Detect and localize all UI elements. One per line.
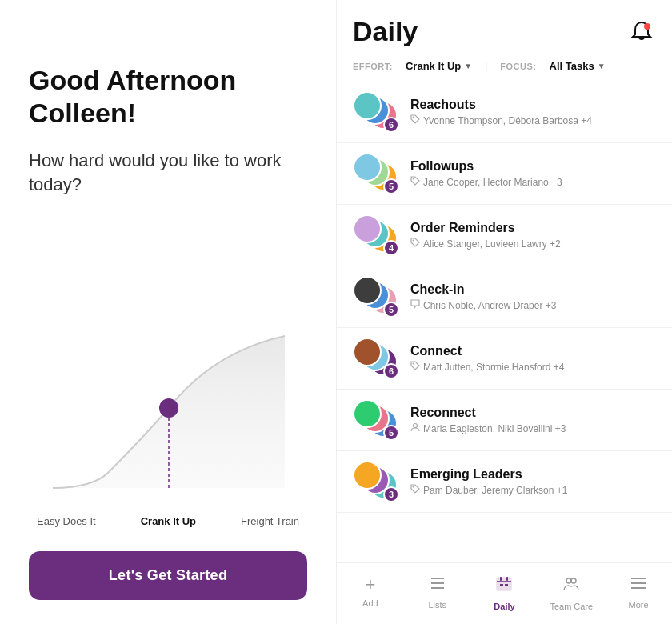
nav-add[interactable]: + Add	[337, 570, 404, 616]
nav-lists[interactable]: Lists	[404, 570, 471, 616]
more-icon	[630, 574, 647, 597]
nav-daily-label: Daily	[494, 602, 514, 611]
chart-svg	[29, 328, 309, 504]
task-list: 6 Reachouts Yvonne Thompson, Débora Barb…	[337, 82, 672, 562]
svg-point-18	[571, 578, 576, 583]
task-subtitle: Matt Jutten, Stormie Hansford +4	[410, 361, 656, 373]
avatar-stack: 5	[353, 276, 399, 318]
task-info: Connect Matt Jutten, Stormie Hansford +4	[410, 344, 656, 373]
chart-labels: Easy Does It Crank It Up Freight Train	[29, 515, 307, 527]
svg-rect-16	[505, 584, 508, 586]
lists-icon	[429, 574, 446, 597]
right-panel: Daily EFFORT: Crank It Up ▼ | FOCUS: All…	[336, 0, 672, 624]
svg-point-7	[413, 486, 414, 488]
task-title: Followups	[410, 159, 656, 174]
label-crank[interactable]: Crank It Up	[141, 515, 196, 527]
svg-point-5	[413, 363, 414, 365]
effort-chart[interactable]: Easy Does It Crank It Up Freight Train	[29, 230, 307, 527]
task-item[interactable]: 6 Reachouts Yvonne Thompson, Débora Barb…	[337, 82, 672, 143]
add-icon: +	[365, 574, 375, 595]
tag-icon	[410, 176, 420, 188]
svg-point-3	[413, 178, 414, 180]
chat-icon	[410, 299, 420, 311]
avatar-stack: 4	[353, 214, 399, 256]
nav-more[interactable]: More	[605, 570, 672, 616]
task-item[interactable]: 6 Connect Matt Jutten, Stormie Hansford …	[337, 328, 672, 390]
avatar-stack: 5	[353, 399, 399, 441]
nav-lists-label: Lists	[428, 600, 446, 610]
task-subtitle: Chris Noble, Andrew Draper +3	[410, 299, 656, 311]
left-panel: Good Afternoon Colleen! How hard would y…	[0, 0, 336, 624]
avatar-stack: 6	[353, 338, 399, 379]
avatar	[353, 338, 382, 366]
effort-filter-value[interactable]: Crank It Up ▼	[406, 60, 472, 72]
task-badge: 6	[383, 117, 399, 133]
svg-point-6	[414, 424, 418, 428]
task-subtitle: Marla Eagleston, Niki Bovellini +3	[410, 422, 656, 434]
task-title: Connect	[410, 344, 656, 358]
task-item[interactable]: 4 Order Reminders Alice Stanger, Luvieen…	[337, 205, 672, 266]
right-header: Daily	[337, 0, 672, 55]
task-badge: 5	[383, 302, 399, 318]
task-info: Reconnect Marla Eagleston, Niki Bovellin…	[410, 406, 656, 434]
tag-icon	[410, 361, 420, 373]
get-started-button[interactable]: Let's Get Started	[29, 551, 307, 600]
nav-daily[interactable]: Daily	[471, 570, 538, 616]
effort-chevron-icon: ▼	[464, 62, 472, 70]
avatar	[353, 276, 382, 305]
task-info: Emerging Leaders Pam Dauber, Jeremy Clar…	[410, 467, 656, 496]
tag-icon	[410, 484, 420, 496]
task-info: Check-in Chris Noble, Andrew Draper +3	[410, 282, 656, 311]
task-badge: 5	[383, 178, 399, 194]
nav-more-label: More	[629, 600, 649, 610]
svg-rect-11	[497, 578, 511, 590]
task-subtitle: Yvonne Thompson, Débora Barbosa +4	[410, 114, 656, 126]
avatar	[353, 153, 382, 182]
task-title: Reachouts	[410, 98, 656, 112]
task-info: Followups Jane Cooper, Hector Mariano +3	[410, 159, 656, 188]
filter-row: EFFORT: Crank It Up ▼ | FOCUS: All Tasks…	[337, 55, 672, 82]
task-badge: 3	[383, 486, 399, 502]
avatar	[353, 461, 382, 490]
task-item[interactable]: 5 Reconnect Marla Eagleston, Niki Bovell…	[337, 390, 672, 451]
task-info: Order Reminders Alice Stanger, Luvieen L…	[410, 221, 656, 250]
greeting-text: Good Afternoon Colleen!	[29, 64, 307, 130]
task-item[interactable]: 5 Followups Jane Cooper, Hector Mariano …	[337, 143, 672, 205]
nav-team-care-label: Team Care	[550, 602, 593, 611]
avatar	[353, 91, 382, 120]
svg-point-4	[413, 240, 414, 242]
focus-filter-label: FOCUS:	[500, 62, 536, 71]
notification-bell-icon[interactable]	[627, 18, 656, 46]
task-title: Reconnect	[410, 406, 656, 420]
label-freight[interactable]: Freight Train	[241, 515, 299, 527]
task-title: Emerging Leaders	[410, 467, 656, 482]
task-title: Order Reminders	[410, 221, 656, 235]
avatar-stack: 3	[353, 461, 399, 502]
avatar-stack: 5	[353, 153, 399, 194]
task-subtitle: Pam Dauber, Jeremy Clarkson +1	[410, 484, 656, 496]
task-badge: 6	[383, 363, 399, 379]
effort-filter-label: EFFORT:	[353, 62, 393, 71]
focus-filter-value[interactable]: All Tasks ▼	[550, 60, 606, 72]
focus-chevron-icon: ▼	[598, 62, 606, 70]
avatar-stack: 6	[353, 91, 399, 133]
svg-rect-15	[500, 584, 503, 586]
sub-greeting-text: How hard would you like to work today?	[29, 149, 307, 198]
daily-icon	[494, 574, 514, 598]
task-item[interactable]: 5 Check-in Chris Noble, Andrew Draper +3	[337, 266, 672, 328]
effort-dot[interactable]	[159, 398, 178, 418]
bottom-nav: + Add Lists	[337, 562, 672, 624]
label-easy[interactable]: Easy Does It	[37, 515, 96, 527]
task-title: Check-in	[410, 282, 656, 297]
nav-team-care[interactable]: Team Care	[538, 570, 605, 616]
tag-icon	[410, 114, 420, 126]
svg-point-17	[566, 578, 571, 583]
task-badge: 4	[383, 240, 399, 256]
team-care-icon	[562, 574, 581, 598]
task-item[interactable]: 3 Emerging Leaders Pam Dauber, Jeremy Cl…	[337, 451, 672, 513]
svg-point-1	[644, 23, 650, 30]
task-badge: 5	[383, 425, 399, 441]
nav-add-label: Add	[362, 598, 378, 608]
task-subtitle: Alice Stanger, Luvieen Lawry +2	[410, 238, 656, 250]
tag-icon	[410, 238, 420, 250]
